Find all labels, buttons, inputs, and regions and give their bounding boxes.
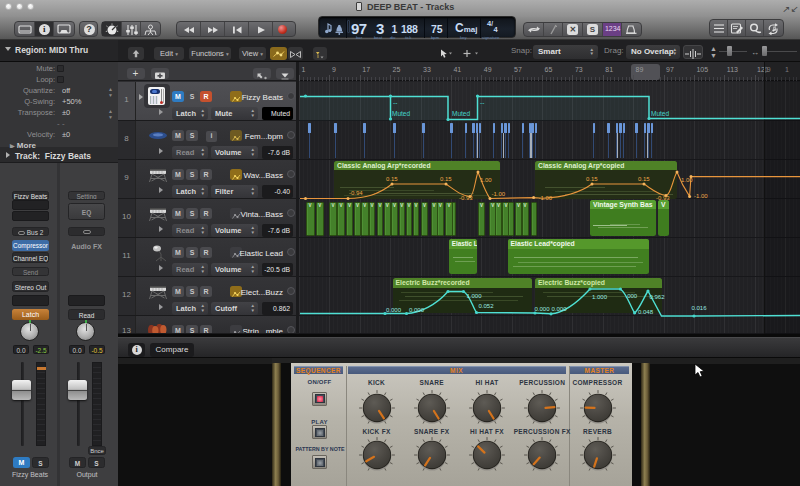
svg-text:0.962: 0.962 — [650, 294, 666, 300]
svg-text:--: -- — [480, 99, 484, 106]
svg-text:Muted: Muted — [651, 110, 669, 117]
svg-text:-0.94: -0.94 — [349, 190, 363, 196]
svg-text:0.052: 0.052 — [479, 303, 495, 309]
svg-text:Muted: Muted — [392, 110, 410, 117]
svg-text:0.15: 0.15 — [440, 176, 452, 182]
svg-text:1.00: 1.00 — [681, 177, 693, 183]
svg-text:-1.00: -1.00 — [539, 195, 553, 201]
svg-text:Muted: Muted — [452, 110, 470, 117]
svg-text:1.000: 1.000 — [467, 293, 483, 299]
svg-text:1.00: 1.00 — [480, 177, 492, 183]
svg-text:-1.00: -1.00 — [492, 191, 506, 197]
svg-text:0.016: 0.016 — [692, 305, 708, 311]
svg-text:0.15: 0.15 — [386, 176, 398, 182]
svg-text:0.000: 0.000 — [535, 306, 551, 312]
svg-text:0.048: 0.048 — [638, 309, 654, 315]
svg-text:--: -- — [393, 99, 397, 106]
svg-text:.000: .000 — [626, 293, 638, 299]
svg-text:0.000: 0.000 — [386, 307, 402, 313]
svg-text:-0.93: -0.93 — [459, 195, 473, 201]
svg-text:0.000: 0.000 — [409, 307, 425, 313]
svg-text:0.000: 0.000 — [552, 306, 568, 312]
svg-text:1.000: 1.000 — [592, 294, 608, 300]
svg-text:-1.00: -1.00 — [694, 193, 708, 199]
svg-text:-0.93: -0.93 — [656, 195, 670, 201]
svg-text:0.15: 0.15 — [638, 176, 650, 182]
svg-text:0.15: 0.15 — [586, 176, 598, 182]
